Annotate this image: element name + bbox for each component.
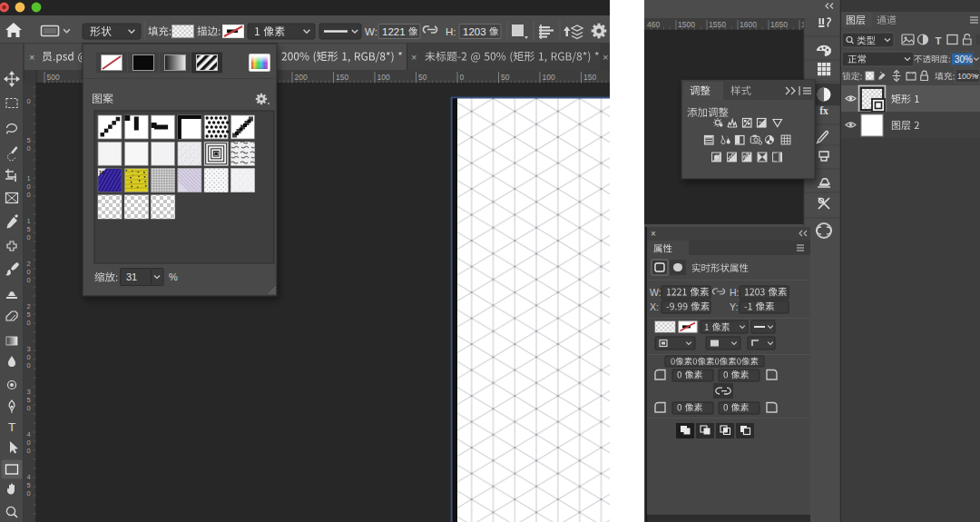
svg-text:X:: X: bbox=[650, 301, 659, 312]
svg-text:1550: 1550 bbox=[709, 20, 726, 29]
svg-text:16: 16 bbox=[99, 170, 104, 175]
svg-text:1500: 1500 bbox=[678, 20, 695, 29]
svg-text:0: 0 bbox=[27, 353, 31, 361]
svg-text:5: 5 bbox=[27, 481, 31, 489]
svg-text:5: 5 bbox=[27, 225, 31, 233]
svg-text:0: 0 bbox=[27, 276, 31, 284]
svg-text:1650: 1650 bbox=[770, 20, 788, 29]
svg-text:2: 2 bbox=[27, 260, 31, 268]
svg-text:0: 0 bbox=[27, 361, 31, 369]
svg-text:460: 460 bbox=[647, 20, 660, 29]
svg-text:×: × bbox=[603, 52, 608, 63]
svg-text:1203: 1203 bbox=[463, 26, 486, 37]
svg-text:1: 1 bbox=[27, 174, 31, 182]
svg-text:%: % bbox=[169, 271, 178, 282]
svg-text:0: 0 bbox=[460, 73, 465, 82]
svg-text:3: 3 bbox=[27, 388, 31, 396]
svg-text:0: 0 bbox=[27, 144, 31, 153]
svg-text:5: 5 bbox=[27, 310, 31, 319]
svg-text:×: × bbox=[411, 52, 416, 63]
svg-text:30%: 30% bbox=[955, 54, 973, 64]
svg-text:50: 50 bbox=[501, 73, 510, 82]
svg-text:50: 50 bbox=[418, 73, 427, 82]
svg-text:fx: fx bbox=[819, 105, 828, 116]
svg-text:0: 0 bbox=[27, 182, 31, 191]
svg-text:150: 150 bbox=[583, 73, 596, 82]
svg-text:+: + bbox=[759, 119, 762, 124]
svg-text:1600: 1600 bbox=[740, 20, 757, 29]
svg-text:0: 0 bbox=[27, 319, 31, 327]
svg-text:1: 1 bbox=[27, 217, 31, 225]
svg-text:×: × bbox=[651, 229, 656, 239]
svg-text:200: 200 bbox=[295, 73, 308, 82]
svg-text:2: 2 bbox=[27, 302, 31, 310]
svg-text:500: 500 bbox=[47, 73, 60, 82]
svg-text:H:: H: bbox=[730, 287, 740, 298]
svg-text:0: 0 bbox=[27, 233, 31, 241]
svg-text:T: T bbox=[8, 420, 15, 434]
svg-text:0: 0 bbox=[27, 97, 31, 105]
svg-text:0: 0 bbox=[27, 404, 31, 412]
svg-text:Y:: Y: bbox=[730, 301, 738, 312]
svg-text:1221: 1221 bbox=[382, 26, 406, 37]
svg-text:100: 100 bbox=[543, 73, 555, 82]
svg-text:3: 3 bbox=[27, 345, 31, 353]
svg-text:0: 0 bbox=[27, 489, 31, 497]
svg-text:5: 5 bbox=[27, 136, 31, 144]
svg-text:×: × bbox=[29, 52, 34, 63]
svg-text:150: 150 bbox=[336, 73, 348, 82]
svg-text:W:: W: bbox=[365, 26, 377, 37]
svg-text:W:: W: bbox=[650, 287, 662, 298]
svg-text:100: 100 bbox=[377, 73, 390, 82]
svg-text:T: T bbox=[935, 35, 941, 46]
svg-text:0: 0 bbox=[27, 447, 31, 455]
svg-text:0: 0 bbox=[27, 438, 31, 447]
svg-text:4: 4 bbox=[27, 430, 31, 438]
svg-text:31: 31 bbox=[126, 271, 137, 282]
svg-text:4: 4 bbox=[27, 473, 31, 481]
svg-text:H:: H: bbox=[446, 26, 456, 37]
svg-text:5: 5 bbox=[27, 396, 31, 404]
svg-text:0: 0 bbox=[27, 191, 31, 199]
svg-text:0: 0 bbox=[27, 268, 31, 276]
